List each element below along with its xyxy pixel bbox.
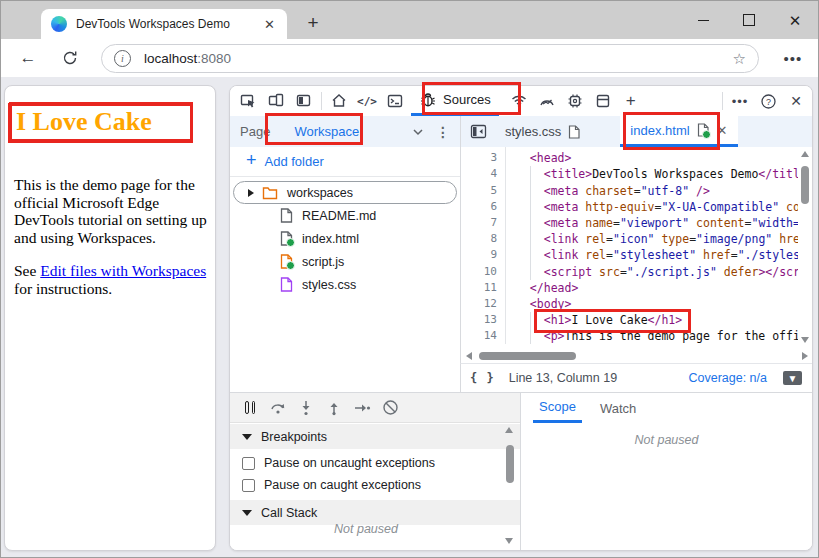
workspaces-docs-link[interactable]: Edit files with Workspaces xyxy=(40,262,206,279)
code-line-13[interactable]: 13 <h1>I Love Cake</h1> xyxy=(461,312,798,328)
url-field[interactable]: i localhost:8080 ☆ xyxy=(101,44,759,73)
line-number[interactable]: 9 xyxy=(461,247,506,263)
browser-menu-button[interactable]: ••• xyxy=(776,39,810,77)
code-line-12[interactable]: 12 <body> xyxy=(461,296,798,312)
step-icon[interactable] xyxy=(348,396,376,420)
new-tab-button[interactable]: + xyxy=(300,10,326,36)
close-devtools-icon[interactable]: ✕ xyxy=(782,87,810,115)
close-window-button[interactable]: ✕ xyxy=(772,1,818,39)
line-number[interactable]: 12 xyxy=(461,296,506,312)
line-number[interactable]: 11 xyxy=(461,280,506,296)
tree-item-README-md[interactable]: README.md xyxy=(230,204,460,227)
line-number[interactable]: 8 xyxy=(461,231,506,247)
activity-bar-icon[interactable] xyxy=(290,87,318,115)
add-folder-button[interactable]: + Add folder xyxy=(230,147,460,177)
code-text: <script src="./script.js" defer></scrip xyxy=(506,264,798,280)
tree-item-styles-css[interactable]: styles.css xyxy=(230,273,460,296)
code-line-9[interactable]: 9 <link rel="stylesheet" href="./styles.… xyxy=(461,247,798,263)
customize-devtools-icon[interactable]: ••• xyxy=(726,87,754,115)
pause-icon[interactable] xyxy=(236,396,264,420)
tab-sources[interactable]: Sources xyxy=(411,86,499,116)
step-into-icon[interactable] xyxy=(292,396,320,420)
refresh-button[interactable] xyxy=(55,39,85,77)
maximize-button[interactable] xyxy=(726,1,772,39)
line-number[interactable]: 5 xyxy=(461,183,506,199)
coverage-link[interactable]: Coverage: n/a xyxy=(688,371,767,385)
line-number[interactable]: 6 xyxy=(461,199,506,215)
network-icon[interactable] xyxy=(505,87,533,115)
line-number[interactable]: 3 xyxy=(461,150,506,166)
more-tools-plus-icon[interactable]: + xyxy=(617,87,645,115)
code-line-6[interactable]: 6 <meta http-equiv="X-UA-Compatible" con… xyxy=(461,199,798,215)
line-number[interactable]: 4 xyxy=(461,166,506,182)
editor-tab-strip: styles.css index.html ✕ xyxy=(460,116,812,147)
tree-item-script-js[interactable]: script.js xyxy=(230,250,460,273)
code-line-7[interactable]: 7 <meta name="viewport" content="width=d… xyxy=(461,215,798,231)
code-line-4[interactable]: 4 <title>DevTools Workspaces Demo</title… xyxy=(461,166,798,182)
toggle-sidebar-icon[interactable]: ▼ xyxy=(783,371,802,385)
line-number[interactable]: 13 xyxy=(461,312,506,328)
expand-triangle-icon[interactable] xyxy=(248,189,254,197)
tree-item-workspaces[interactable]: workspaces xyxy=(233,181,457,204)
editor-horizontal-scrollbar[interactable] xyxy=(460,349,812,363)
code-line-3[interactable]: 3 <head> xyxy=(461,150,798,166)
collapse-navigator-icon[interactable] xyxy=(461,116,495,147)
editor-vertical-scrollbar[interactable] xyxy=(798,147,812,349)
memory-icon[interactable] xyxy=(561,87,589,115)
pause-caught-checkbox[interactable] xyxy=(242,479,255,492)
device-toolbar-icon[interactable] xyxy=(262,87,290,115)
tree-item-index-html[interactable]: index.html xyxy=(230,227,460,250)
tab-scope[interactable]: Scope xyxy=(533,393,582,423)
tab-page[interactable]: Page xyxy=(230,124,280,139)
web-page-content: I Love Cake This is the demo page for th… xyxy=(4,85,216,551)
pause-caught-row[interactable]: Pause on caught exceptions xyxy=(230,475,520,495)
back-button[interactable]: ← xyxy=(13,39,43,77)
breakpoints-section-header[interactable]: Breakpoints xyxy=(230,424,520,449)
console-icon[interactable] xyxy=(381,87,409,115)
code-line-8[interactable]: 8 <link rel="icon" type="image/png" href… xyxy=(461,231,798,247)
help-icon[interactable]: ? xyxy=(754,87,782,115)
line-number[interactable]: 10 xyxy=(461,264,506,280)
code-editor[interactable]: 2<html>3 <head>4 <title>DevTools Workspa… xyxy=(460,147,798,349)
editor-tab-index-html[interactable]: index.html ✕ xyxy=(620,116,737,147)
code-line-14[interactable]: 14 <p>This is the demo page for the offi… xyxy=(461,328,798,344)
scrollbar-thumb[interactable] xyxy=(479,352,576,360)
welcome-home-icon[interactable] xyxy=(325,87,353,115)
code-line-10[interactable]: 10 <script src="./script.js" defer></scr… xyxy=(461,264,798,280)
inspect-icon[interactable] xyxy=(234,87,262,115)
pause-uncaught-checkbox[interactable] xyxy=(242,457,255,470)
code-line-11[interactable]: 11 </head> xyxy=(461,280,798,296)
step-out-icon[interactable] xyxy=(320,396,348,420)
scroll-down-icon[interactable] xyxy=(801,337,809,343)
scrollbar-thumb[interactable] xyxy=(506,445,514,483)
scroll-up-icon[interactable] xyxy=(505,427,513,433)
deactivate-breakpoints-icon[interactable] xyxy=(376,396,404,420)
application-icon[interactable] xyxy=(589,87,617,115)
minimize-button[interactable] xyxy=(680,1,726,39)
tab-close-icon[interactable]: ✕ xyxy=(262,17,277,32)
favorite-star-icon[interactable]: ☆ xyxy=(733,50,746,68)
line-number[interactable]: 7 xyxy=(461,215,506,231)
step-over-icon[interactable] xyxy=(264,396,292,420)
browser-tab[interactable]: DevTools Workspaces Demo ✕ xyxy=(41,9,287,39)
code-line-5[interactable]: 5 <meta charset="utf-8" /> xyxy=(461,183,798,199)
close-editor-tab-icon[interactable]: ✕ xyxy=(717,123,728,138)
tab-workspace[interactable]: Workspace xyxy=(280,124,369,139)
navigator-menu-icon[interactable]: ⋮ xyxy=(424,124,460,140)
pretty-print-icon[interactable]: { } xyxy=(470,371,495,385)
scroll-left-icon[interactable] xyxy=(466,352,472,360)
performance-icon[interactable] xyxy=(533,87,561,115)
page-info-icon[interactable]: i xyxy=(114,50,131,67)
line-number[interactable]: 14 xyxy=(461,328,506,344)
scroll-right-icon[interactable] xyxy=(802,352,808,360)
tab-watch[interactable]: Watch xyxy=(594,393,642,423)
elements-icon[interactable]: </> xyxy=(353,87,381,115)
editor-tab-styles-css[interactable]: styles.css xyxy=(495,116,590,147)
scroll-up-icon[interactable] xyxy=(801,151,809,157)
file-icon xyxy=(280,231,293,246)
pause-uncaught-row[interactable]: Pause on uncaught exceptions xyxy=(230,453,520,473)
scrollbar-thumb[interactable] xyxy=(801,166,809,204)
chevron-down-icon[interactable] xyxy=(412,126,424,138)
scroll-down-icon[interactable] xyxy=(505,538,513,544)
debugger-scrollbar[interactable] xyxy=(504,425,516,546)
